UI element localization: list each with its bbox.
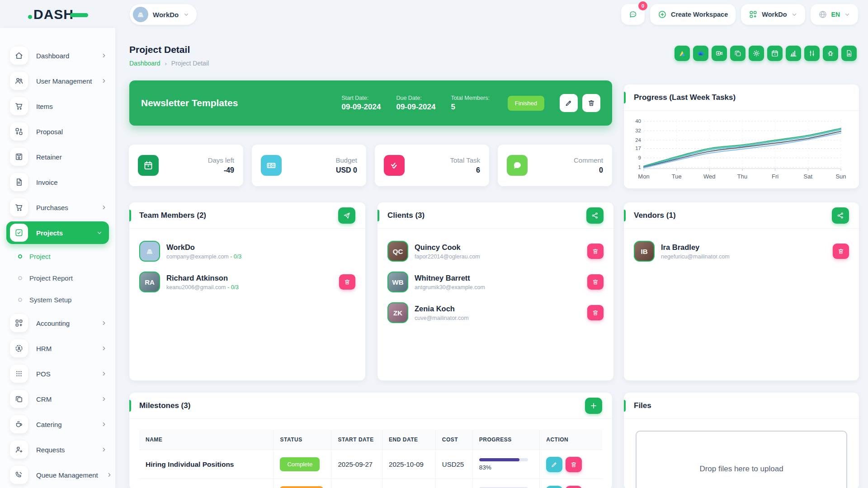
chev-right-icon [101,78,107,84]
sidebar-subitem-system-setup[interactable]: System Setup [0,289,115,310]
delete-project-button[interactable] [582,94,600,112]
share-vendors-button[interactable] [832,207,849,224]
file-dropzone[interactable]: Drop files here to upload [636,431,847,488]
milestone-start-date: 2025-09-27 [331,450,382,479]
logo-dot [28,15,32,19]
gear-icon [752,49,760,57]
calendar-icon [771,49,779,57]
sidebar-item-catering[interactable]: Catering [0,412,115,437]
sidebar-item-proposal[interactable]: Proposal [0,119,115,144]
chev-right-icon [101,446,107,453]
sidebar-item-retainer[interactable]: Retainer [0,144,115,169]
sidebar-item-dashboard[interactable]: Dashboard [0,43,115,68]
building-icon [145,247,154,256]
file-report-button[interactable] [841,46,857,61]
sidebar-item-pos[interactable]: POS [0,361,115,386]
messages-button[interactable]: 0 [621,4,645,25]
chev-down-icon [791,11,797,18]
grid-plus-icon [749,10,758,19]
sidebar-item-queue-management[interactable]: Queue Management [0,462,115,488]
remove-member-button[interactable] [339,274,355,290]
workdo-menu-button[interactable]: WorkDo [741,4,805,25]
edit-project-button[interactable] [560,94,578,112]
integration-toolbar [675,46,857,61]
copy-button[interactable] [730,46,745,61]
chev-right-icon [101,371,107,377]
language-selector[interactable]: EN [811,4,858,25]
sidebar-item-user-management[interactable]: User Management [0,68,115,94]
breadcrumb-separator: › [165,60,167,67]
sidebar-subitem-label: Project [29,253,51,260]
milestone-end-date: 2025-10-09 [382,450,436,479]
start-date-field: Start Date: 09-09-2024 [341,95,381,112]
bar-chart-icon [789,49,797,57]
bug-button[interactable] [823,46,838,61]
double-check-icon [384,155,405,176]
svg-text:Tue: Tue [672,173,682,180]
share-clients-button[interactable] [586,207,604,224]
sidebar-item-accounting[interactable]: Accounting [0,310,115,336]
breadcrumb-current: Project Detail [171,60,209,67]
workspace-avatar [133,7,148,22]
project-name: Newsletter Templates [141,98,326,108]
edit-milestone-button[interactable] [546,457,562,472]
sidebar-item-crm[interactable]: CRM [0,386,115,412]
onedrive-button[interactable] [693,46,708,61]
milestone-progress-label: 83% [479,464,533,471]
workspace-switcher[interactable]: WorkDo [130,4,197,25]
member-email: negefuricu@mailinator.com [661,253,826,260]
sidebar-item-items[interactable]: Items [0,94,115,119]
sidebar-item-purchases[interactable]: Purchases [0,195,115,220]
list-item-richard-atkinson: RA Richard Atkinson keanu2006@gmail.com … [139,269,355,295]
project-status-badge: Finished [508,96,544,111]
svg-text:Mon: Mon [638,173,649,180]
add-milestone-button[interactable] [585,398,602,414]
stat-card-total-task: Total Task 6 [375,145,489,186]
remove-member-button[interactable] [587,244,604,259]
sidebar-item-label: Dashboard [36,52,93,60]
sidebar-item-projects[interactable]: Projects [6,221,109,244]
gear-button[interactable] [749,46,764,61]
total-members-field: Total Members: 5 [451,95,489,112]
sidebar-item-label: POS [36,370,93,378]
gdrive-button[interactable] [675,46,690,61]
sidebar-subitem-label: Project Report [29,274,73,282]
video-plus-icon [715,49,723,57]
sidebar-subitem-project-report[interactable]: Project Report [0,267,115,289]
milestone-row: Communication Updates Incomplete 2025-10… [139,479,602,488]
sidebar-item-hrm[interactable]: HRM [0,336,115,361]
remove-member-button[interactable] [587,274,604,290]
clients-card: Clients (3) QC Quincy Cook fapor22014@og… [377,202,613,380]
milestone-status-badge[interactable]: Incomplete [280,486,323,488]
invoice-icon [14,178,24,187]
bar-chart-button[interactable] [786,46,801,61]
calendar-day-icon [143,160,154,171]
stat-card-budget: Budget USD 0 [252,145,366,186]
invite-member-button[interactable] [338,207,355,224]
edit-milestone-button[interactable] [546,486,562,488]
sidebar-item-invoice[interactable]: Invoice [0,169,115,195]
milestone-cost: USD20 [435,479,472,488]
video-plus-button[interactable] [712,46,727,61]
sidebar-subitem-project[interactable]: Project [0,245,115,267]
calendar-button[interactable] [767,46,783,61]
svg-text:Fri: Fri [772,173,778,180]
breadcrumb-dashboard-link[interactable]: Dashboard [129,60,160,67]
avatar: QC [387,241,408,262]
sidebar-item-label: Projects [36,229,88,237]
breadcrumb: Dashboard › Project Detail [129,60,209,67]
sidebar-item-label: Queue Management [36,471,98,479]
svg-text:40: 40 [635,118,641,124]
delete-milestone-button[interactable] [566,486,582,488]
list-item-zenia-koch: ZK Zenia Koch cuve@mailinator.com [387,300,604,325]
remove-member-button[interactable] [587,305,604,320]
create-workspace-button[interactable]: Create Workspace [650,4,736,25]
delete-milestone-button[interactable] [566,457,582,472]
sidebar-item-requests[interactable]: Requests [0,437,115,462]
milestone-status-badge[interactable]: Complete [280,457,320,471]
globe-icon [818,10,827,19]
milestone-row: Hiring Individual Positions Complete 202… [139,450,602,479]
sliders-button[interactable] [804,46,820,61]
remove-member-button[interactable] [833,244,849,259]
users-icon [14,76,24,85]
